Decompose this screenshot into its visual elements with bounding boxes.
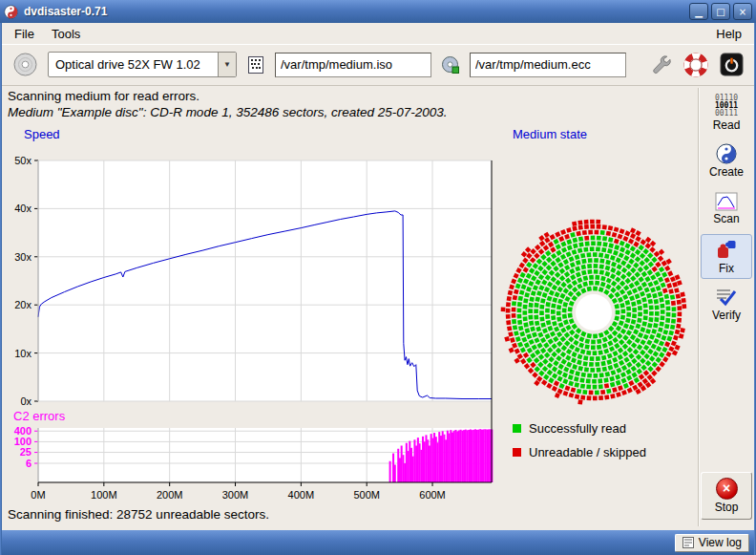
menubar: File Tools Help — [0, 23, 756, 44]
ecc-disc-icon — [441, 55, 460, 75]
verify-button[interactable]: Verify — [701, 282, 752, 327]
binary-read-icon: 01110 10011 00111 — [715, 95, 738, 117]
svg-text:100: 100 — [14, 436, 32, 447]
svg-text:400: 400 — [14, 425, 32, 437]
scan-button[interactable]: Scan — [701, 186, 752, 231]
speed-chart-title: Speed — [24, 127, 60, 141]
svg-text:30x: 30x — [14, 251, 32, 263]
svg-text:40x: 40x — [14, 203, 32, 214]
svg-text:100M: 100M — [91, 489, 117, 501]
svg-text:20x: 20x — [14, 299, 32, 310]
medium-info-line: Medium "Example disc": CD-R mode 1, 3524… — [8, 105, 448, 119]
svg-text:200M: 200M — [157, 489, 183, 501]
medium-state-title: Medium state — [513, 127, 587, 141]
menu-file[interactable]: File — [6, 25, 43, 43]
preferences-button[interactable] — [645, 50, 675, 79]
svg-text:10x: 10x — [14, 348, 32, 359]
scan-label: Scan — [713, 212, 739, 225]
lifebuoy-icon — [683, 53, 708, 77]
menu-tools[interactable]: Tools — [43, 25, 89, 43]
cd-drive-icon — [12, 52, 38, 77]
chevron-down-icon: ▼ — [218, 53, 236, 76]
image-file-icon — [246, 55, 265, 75]
svg-text:0x: 0x — [20, 395, 32, 407]
legend-swatch-read — [513, 424, 521, 433]
verify-check-icon — [715, 287, 738, 308]
quit-button[interactable] — [717, 50, 746, 79]
stop-label: Stop — [715, 501, 739, 514]
stop-button[interactable]: × Stop — [701, 472, 752, 520]
yin-yang-icon — [716, 143, 737, 164]
svg-text:300M: 300M — [222, 489, 249, 501]
legend-label-unreadable: Unreadable / skipped — [529, 445, 646, 459]
svg-text:500M: 500M — [353, 489, 380, 501]
svg-text:25: 25 — [20, 446, 32, 458]
drive-select[interactable]: Optical drive 52X FW 1.02 ▼ — [48, 52, 237, 77]
puzzle-icon — [715, 238, 738, 261]
iso-path-input[interactable] — [275, 53, 431, 77]
scan-status-line: Scanning medium for read errors. — [8, 89, 200, 103]
svg-text:50x: 50x — [14, 155, 32, 166]
scan-chart-icon — [715, 192, 738, 211]
wrench-icon — [648, 53, 672, 76]
view-log-button[interactable]: View log — [675, 534, 749, 552]
maximize-icon[interactable]: □ — [711, 3, 730, 20]
view-log-label: View log — [699, 536, 742, 549]
read-button[interactable]: 01110 10011 00111 Read — [701, 91, 752, 136]
help-button[interactable] — [681, 50, 711, 80]
window-title: dvdisaster-0.71 — [24, 5, 686, 18]
read-label: Read — [713, 118, 741, 132]
action-sidebar: 01110 10011 00111 Read Create — [699, 91, 754, 330]
app-window: dvdisaster-0.71 ▁ □ × File Tools Help Op… — [0, 0, 756, 555]
iso-file-button[interactable] — [243, 53, 268, 77]
fix-label: Fix — [719, 262, 734, 275]
legend-item-unreadable: Unreadable / skipped — [513, 445, 646, 459]
legend-label-read: Successfully read — [529, 421, 626, 436]
drive-button[interactable] — [10, 49, 41, 80]
menu-help[interactable]: Help — [707, 25, 750, 43]
drive-select-value: Optical drive 52X FW 1.02 — [49, 57, 218, 72]
window-frame-left — [0, 23, 2, 555]
app-icon — [4, 5, 18, 19]
log-list-icon — [682, 537, 694, 548]
power-icon — [720, 53, 744, 76]
create-label: Create — [709, 165, 744, 179]
toolbar: Optical drive 52X FW 1.02 ▼ — [0, 44, 756, 86]
legend-swatch-unreadable — [513, 448, 521, 457]
minimize-icon[interactable]: ▁ — [689, 3, 708, 20]
legend-item-read: Successfully read — [513, 421, 626, 436]
c2-errors-title: C2 errors — [13, 409, 65, 423]
fix-button[interactable]: Fix — [701, 234, 752, 279]
verify-label: Verify — [712, 309, 741, 322]
stop-x-icon: × — [716, 478, 738, 500]
close-icon[interactable]: × — [733, 3, 752, 20]
ecc-file-button[interactable] — [438, 53, 463, 77]
footer-status: Scanning finished: 28752 unreadable sect… — [8, 507, 269, 522]
svg-text:600M: 600M — [419, 489, 446, 501]
ecc-path-input[interactable] — [470, 53, 626, 77]
create-button[interactable]: Create — [701, 139, 752, 183]
svg-text:6: 6 — [26, 458, 32, 469]
svg-text:0M: 0M — [31, 489, 45, 501]
svg-text:400M: 400M — [288, 489, 315, 501]
toolbar-right-group — [645, 50, 746, 80]
titlebar[interactable]: dvdisaster-0.71 ▁ □ × — [0, 0, 756, 23]
bottom-frame: View log — [0, 530, 756, 555]
